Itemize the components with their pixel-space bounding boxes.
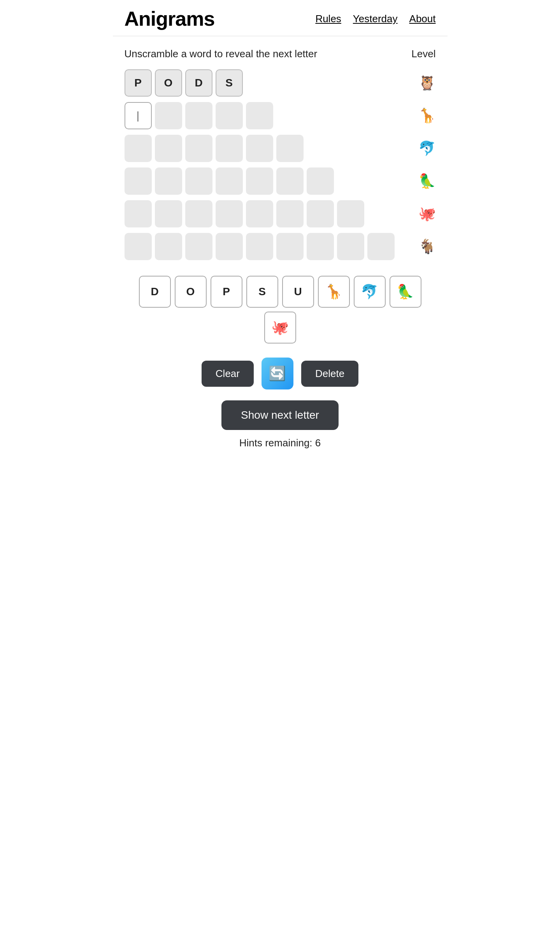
tile[interactable] — [216, 102, 243, 129]
word-row: |🦒 — [125, 102, 436, 129]
tile[interactable] — [155, 200, 182, 227]
tiles-container: PODS — [125, 69, 413, 97]
word-rows: PODS🦉|🦒🐬🦜🐙🐐 — [125, 69, 436, 260]
word-row: 🐙 — [125, 200, 436, 227]
tile[interactable] — [307, 233, 334, 260]
tile[interactable] — [337, 200, 364, 227]
tile[interactable] — [185, 200, 212, 227]
delete-button[interactable]: Delete — [301, 361, 358, 387]
refresh-icon: 🔄 — [269, 365, 286, 382]
tile[interactable]: | — [125, 102, 152, 129]
tile[interactable] — [307, 200, 334, 227]
rules-link[interactable]: Rules — [315, 13, 341, 25]
word-row: 🐬 — [125, 135, 436, 162]
emoji-key[interactable]: 🐙 — [264, 312, 296, 344]
tile: D — [185, 69, 212, 97]
tile[interactable] — [246, 102, 273, 129]
tile[interactable] — [125, 135, 152, 162]
tile[interactable] — [185, 233, 212, 260]
tile[interactable] — [307, 167, 334, 195]
row-emoji: 🐙 — [413, 206, 436, 222]
tile[interactable] — [155, 135, 182, 162]
keyboard-area: DOPSU🦒🐬🦜🐙 — [125, 276, 436, 344]
tile: P — [125, 69, 152, 97]
tile[interactable] — [246, 135, 273, 162]
tile: S — [216, 69, 243, 97]
word-row: PODS🦉 — [125, 69, 436, 97]
tile[interactable] — [125, 167, 152, 195]
letter-key[interactable]: D — [139, 276, 171, 308]
tiles-container: | — [125, 102, 413, 129]
tiles-container — [125, 200, 413, 227]
letter-key[interactable]: P — [211, 276, 242, 308]
tile[interactable] — [216, 135, 243, 162]
tile[interactable] — [276, 167, 304, 195]
word-row: 🦜 — [125, 167, 436, 195]
tile: O — [155, 69, 182, 97]
subtitle-text: Unscramble a word to reveal the next let… — [125, 48, 318, 60]
tile[interactable] — [216, 233, 243, 260]
yesterday-link[interactable]: Yesterday — [353, 13, 398, 25]
emoji-key[interactable]: 🐬 — [354, 276, 386, 308]
header: Anigrams Rules Yesterday About — [113, 0, 448, 36]
emoji-key[interactable]: 🦜 — [390, 276, 421, 308]
about-link[interactable]: About — [409, 13, 436, 25]
tiles-container — [125, 233, 413, 260]
tile[interactable] — [155, 102, 182, 129]
letter-key[interactable]: O — [175, 276, 207, 308]
tile[interactable] — [185, 102, 212, 129]
refresh-button[interactable]: 🔄 — [262, 358, 293, 389]
subtitle-row: Unscramble a word to reveal the next let… — [125, 48, 436, 60]
tile[interactable] — [367, 233, 395, 260]
letter-key[interactable]: U — [282, 276, 314, 308]
header-nav: Rules Yesterday About — [315, 13, 435, 25]
row-emoji: 🐬 — [413, 140, 436, 157]
tile[interactable] — [216, 200, 243, 227]
level-label: Level — [411, 48, 435, 60]
tile[interactable] — [185, 135, 212, 162]
tile[interactable] — [246, 200, 273, 227]
tile[interactable] — [337, 233, 364, 260]
tile[interactable] — [125, 200, 152, 227]
tile[interactable] — [185, 167, 212, 195]
app-title: Anigrams — [125, 7, 215, 30]
tiles-container — [125, 167, 413, 195]
tile[interactable] — [246, 233, 273, 260]
tile[interactable] — [125, 233, 152, 260]
tile[interactable] — [276, 135, 304, 162]
tile[interactable] — [276, 200, 304, 227]
hints-remaining: Hints remaining: 6 — [239, 437, 321, 449]
row-emoji: 🦜 — [413, 173, 436, 189]
emoji-key[interactable]: 🦒 — [318, 276, 350, 308]
word-row: 🐐 — [125, 233, 436, 260]
row-emoji: 🦉 — [413, 75, 436, 91]
show-next-button[interactable]: Show next letter — [221, 400, 339, 430]
main-content: Unscramble a word to reveal the next let… — [113, 36, 448, 457]
tile[interactable] — [155, 233, 182, 260]
tiles-container — [125, 135, 413, 162]
row-emoji: 🦒 — [413, 107, 436, 124]
buttons-row: Clear 🔄 Delete — [125, 358, 436, 389]
show-next-row: Show next letter Hints remaining: 6 — [125, 400, 436, 449]
row-emoji: 🐐 — [413, 238, 436, 255]
tile[interactable] — [246, 167, 273, 195]
tile[interactable] — [276, 233, 304, 260]
tile[interactable] — [155, 167, 182, 195]
clear-button[interactable]: Clear — [202, 361, 254, 387]
letter-key[interactable]: S — [246, 276, 278, 308]
tile[interactable] — [216, 167, 243, 195]
